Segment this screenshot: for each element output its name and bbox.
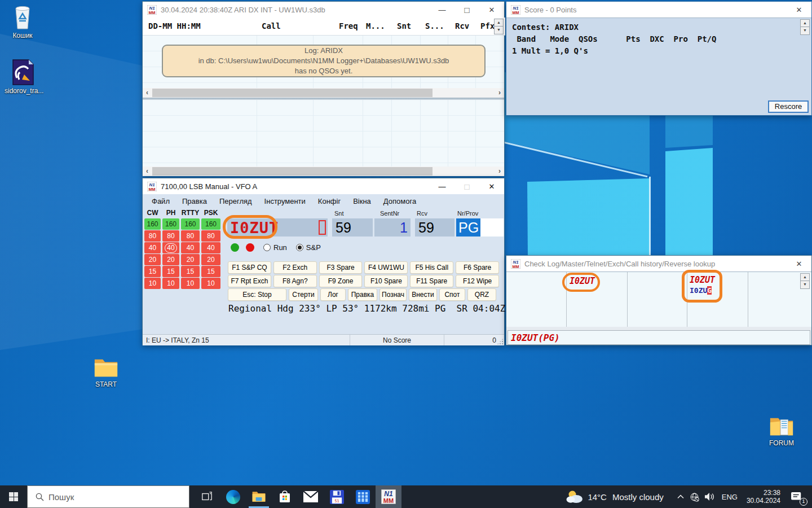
desktop-icon-forum-folder[interactable]: FORUM: [764, 411, 800, 447]
minimize-icon[interactable]: [430, 2, 454, 17]
file-explorer-button[interactable]: [246, 485, 272, 508]
check-master-callsign[interactable]: I0ZUT: [690, 275, 715, 285]
check-window-titlebar[interactable]: N1MM Check Log/Master/Telnet/Exch/Call h…: [506, 256, 811, 271]
scroll-down-icon[interactable]: [494, 27, 504, 34]
volume-button[interactable]: [701, 485, 717, 508]
band-button-psk-40[interactable]: 40: [201, 242, 220, 253]
f12-button[interactable]: F12 Wipe: [456, 275, 499, 287]
f8-button[interactable]: F8 Agn?: [273, 275, 317, 287]
run-radio[interactable]: [263, 244, 271, 251]
check-master-suggestion[interactable]: I0ZUG: [690, 286, 712, 295]
entry-window-titlebar[interactable]: N1MM 7100,00 LSB Manual - VFO A: [143, 178, 504, 194]
band-button-cw-15[interactable]: 15: [144, 266, 161, 277]
scroll-left-icon[interactable]: [143, 88, 152, 98]
f7-button[interactable]: F7 Rpt Exch: [228, 275, 271, 287]
network-button[interactable]: [687, 485, 701, 508]
f11-button[interactable]: F11 Spare: [410, 275, 453, 287]
band-button-psk-10[interactable]: 10: [201, 278, 220, 289]
band-button-ph-10[interactable]: 10: [162, 278, 179, 289]
maximize-icon[interactable]: [454, 178, 479, 194]
band-button-cw-20[interactable]: 20: [144, 254, 161, 265]
band-button-rtty-10[interactable]: 10: [181, 278, 200, 289]
band-button-cw-10[interactable]: 10: [144, 278, 161, 289]
band-button-ph-160[interactable]: 160: [162, 218, 179, 230]
f9-button[interactable]: F9 Zone: [319, 275, 363, 287]
callsign-input[interactable]: I0ZUT: [227, 218, 328, 237]
taskbar-search[interactable]: [27, 485, 189, 508]
resize-grip[interactable]: [497, 338, 504, 345]
esc-stop-button[interactable]: Esc: Stop: [228, 288, 286, 301]
f2-button[interactable]: F2 Exch: [273, 261, 317, 274]
menu-help[interactable]: Допомога: [383, 197, 416, 205]
minimize-icon[interactable]: [430, 178, 454, 194]
f1-button[interactable]: F1 S&P CQ: [228, 261, 271, 274]
log-horizontal-scrollbar[interactable]: [143, 88, 504, 98]
wipe-button[interactable]: Стерти: [289, 288, 318, 301]
band-button-cw-80[interactable]: 80: [144, 230, 161, 242]
desktop-icon-recycle-bin[interactable]: Кошик: [5, 3, 41, 40]
band-button-ph-15[interactable]: 15: [162, 266, 179, 277]
menu-file[interactable]: Файл: [152, 197, 170, 205]
mark-button[interactable]: Познач: [379, 288, 407, 301]
f4-button[interactable]: F4 UW1WU: [364, 261, 408, 274]
scroll-up-icon[interactable]: [800, 273, 810, 281]
band-button-psk-20[interactable]: 20: [201, 254, 220, 265]
desktop-icon-start-folder[interactable]: START: [88, 352, 124, 388]
tray-temperature[interactable]: 14°C: [588, 492, 607, 502]
store-button[interactable]: [272, 485, 298, 508]
band-button-rtty-80[interactable]: 80: [181, 230, 200, 242]
menu-edit[interactable]: Правка: [182, 197, 207, 205]
sp-radio[interactable]: [296, 244, 303, 251]
menu-tools[interactable]: Інструменти: [264, 197, 306, 205]
tray-overflow-button[interactable]: [674, 485, 687, 508]
f10-button[interactable]: F10 Spare: [364, 275, 408, 287]
rescore-button[interactable]: Rescore: [768, 100, 809, 113]
edit-button[interactable]: Правка: [348, 288, 377, 301]
check-scroll-spinner[interactable]: [800, 273, 810, 289]
edge-browser-button[interactable]: [220, 485, 246, 508]
band-button-rtty-40[interactable]: 40: [181, 242, 200, 253]
nrprov-input[interactable]: PG: [456, 218, 504, 237]
search-input[interactable]: [48, 492, 161, 502]
sentnr-input[interactable]: 1: [374, 218, 411, 237]
logger-app-button[interactable]: 51: [324, 485, 350, 508]
desktop-icon-sidorov-document[interactable]: sidorov_tra...: [5, 59, 41, 95]
task-view-button[interactable]: [194, 485, 220, 508]
band-button-cw-160[interactable]: 160: [144, 218, 161, 230]
scrollbar-thumb[interactable]: [152, 89, 433, 97]
close-icon[interactable]: [479, 178, 504, 194]
band-button-psk-80[interactable]: 80: [201, 230, 220, 242]
archive-app-button[interactable]: [350, 485, 376, 508]
check-log-callsign[interactable]: I0ZUT: [570, 276, 595, 286]
weather-button[interactable]: [565, 485, 584, 508]
n1mm-taskbar-button[interactable]: N1MM: [376, 485, 401, 508]
qrz-button[interactable]: QRZ: [467, 288, 496, 301]
store-button[interactable]: Внести: [409, 288, 437, 301]
log-button[interactable]: Лог: [320, 288, 346, 301]
mail-button[interactable]: [298, 485, 324, 508]
close-icon[interactable]: [787, 2, 811, 17]
scroll-right-icon[interactable]: [495, 167, 504, 176]
band-button-ph-40-selected[interactable]: 40: [162, 242, 179, 253]
log-window-titlebar[interactable]: N1MM 30.04.2024 20:38:40Z ARI DX INT - U…: [143, 2, 504, 17]
band-button-ph-80[interactable]: 80: [162, 230, 179, 242]
action-center-button[interactable]: 1: [785, 485, 809, 508]
scroll-up-icon[interactable]: [494, 19, 504, 27]
log-horizontal-scrollbar[interactable]: [143, 167, 504, 176]
scroll-up-icon[interactable]: [800, 19, 810, 27]
scroll-down-icon[interactable]: [800, 27, 810, 35]
log-scroll-spinner[interactable]: [494, 19, 504, 34]
tray-weather-description[interactable]: Mostly cloudy: [612, 492, 664, 502]
snt-input[interactable]: 59: [332, 218, 373, 237]
band-button-ph-20[interactable]: 20: [162, 254, 179, 265]
menu-config[interactable]: Конфіг: [318, 197, 341, 205]
language-indicator[interactable]: ENG: [722, 493, 738, 501]
rcv-input[interactable]: 59: [415, 218, 454, 237]
start-button[interactable]: [0, 485, 27, 508]
f6-button[interactable]: F6 Spare: [456, 261, 499, 274]
band-button-cw-40[interactable]: 40: [144, 242, 161, 253]
maximize-icon[interactable]: [454, 2, 479, 17]
menu-view[interactable]: Перегляд: [219, 197, 252, 205]
close-icon[interactable]: [479, 2, 504, 17]
band-button-psk-15[interactable]: 15: [201, 266, 220, 277]
